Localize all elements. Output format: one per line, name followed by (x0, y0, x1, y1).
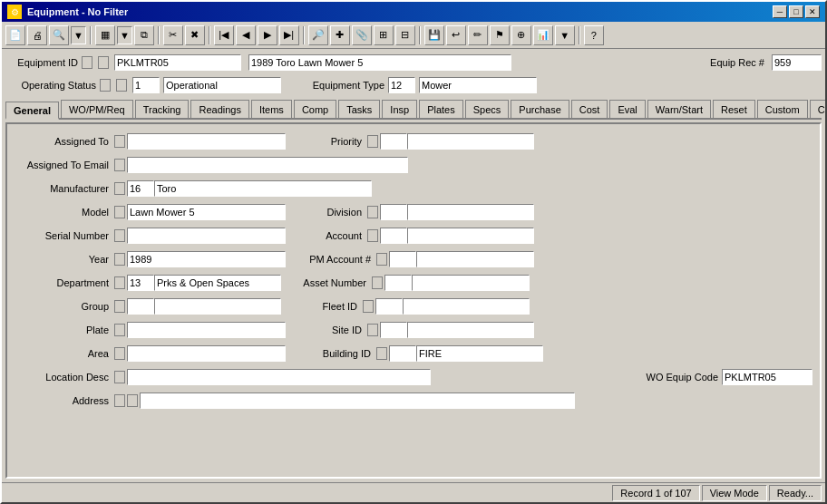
map-btn[interactable]: ⊕ (511, 25, 531, 45)
prev-btn[interactable]: ◀ (236, 25, 256, 45)
division-label: Division (304, 207, 367, 218)
account-num-input[interactable] (380, 228, 407, 244)
tab-reset[interactable]: Reset (713, 100, 755, 118)
tab-items[interactable]: Items (251, 100, 292, 118)
tab-eval[interactable]: Eval (609, 100, 645, 118)
op-status-text-input[interactable] (163, 77, 281, 93)
new-btn[interactable]: 📄 (5, 25, 25, 45)
layout-dropdown[interactable]: ▼ (117, 26, 132, 44)
location-input[interactable] (127, 369, 431, 385)
help-btn[interactable]: ? (584, 25, 604, 45)
location-label: Location Desc (15, 372, 114, 383)
group-label: Group (15, 301, 114, 312)
building-num-input[interactable] (389, 345, 416, 362)
add-btn[interactable]: ✚ (330, 25, 350, 45)
year-input[interactable] (127, 251, 286, 267)
minimize-button[interactable]: ─ (773, 5, 787, 18)
dept-num-input[interactable] (127, 275, 154, 291)
plate-ind (114, 324, 125, 336)
group-text-input[interactable] (154, 298, 281, 315)
next-btn[interactable]: ▶ (258, 25, 277, 45)
sep2 (158, 26, 160, 44)
address-input[interactable] (140, 393, 575, 409)
fleet-text-input[interactable] (403, 298, 530, 315)
tab-plates[interactable]: Plates (419, 100, 463, 118)
equip-type-num-input[interactable] (388, 77, 415, 93)
sep1 (90, 26, 92, 44)
tab-warnstart[interactable]: Warn/Start (647, 100, 711, 118)
area-input[interactable] (127, 345, 286, 362)
equipment-name-input[interactable] (248, 54, 511, 71)
assigned-to-ind (114, 135, 125, 148)
close-button[interactable]: ✕ (805, 5, 820, 18)
priority-num-input[interactable] (380, 133, 407, 150)
building-ind (376, 347, 387, 360)
dept-text-input[interactable] (154, 275, 281, 291)
equip-id-label: Equipment ID (5, 57, 78, 68)
tab-comp[interactable]: Comp (294, 100, 336, 118)
tab-wo[interactable]: WO/PM/Req (61, 100, 133, 118)
tab-tracking[interactable]: Tracking (135, 100, 190, 118)
wo-equip-code-input[interactable] (722, 369, 812, 385)
filter-dropdown[interactable]: ▼ (71, 26, 86, 44)
division-text-input[interactable] (407, 204, 534, 220)
tab-insp[interactable]: Insp (382, 100, 417, 118)
assigned-email-input[interactable] (127, 157, 408, 173)
group-num-input[interactable] (127, 298, 154, 315)
assigned-to-input[interactable] (127, 133, 286, 150)
tab-comments[interactable]: Comments (810, 100, 825, 118)
account-text-input[interactable] (407, 228, 534, 244)
building-text-input[interactable] (416, 345, 543, 362)
last-btn[interactable]: ▶| (279, 25, 299, 45)
op-status-ind1 (100, 79, 111, 92)
tab-purchase[interactable]: Purchase (511, 100, 569, 118)
edit-btn[interactable]: ✏ (468, 25, 488, 45)
tab-cost[interactable]: Cost (571, 100, 608, 118)
attach-btn[interactable]: 📎 (352, 25, 372, 45)
op-status-num-input[interactable] (132, 77, 160, 93)
toolbar: 📄 🖨 🔍 ▼ ▦ ▼ ⧉ ✂ ✖ |◀ ◀ ▶ ▶| 🔎 ✚ 📎 ⊞ ⊟ 💾 … (2, 22, 825, 49)
equip-type-text-input[interactable] (419, 77, 537, 93)
search-btn[interactable]: 🔎 (308, 25, 328, 45)
undo-btn[interactable]: ↩ (446, 25, 466, 45)
form-panel: Assigned To Priority Assigned To Email M… (5, 122, 822, 479)
sep3 (209, 26, 210, 44)
print-btn[interactable]: 🖨 (27, 25, 47, 45)
grid2-btn[interactable]: ⊟ (395, 25, 415, 45)
op-status-label: Operating Status (5, 80, 96, 91)
manufacturer-text-input[interactable] (154, 180, 372, 197)
delete-btn[interactable]: ✖ (185, 25, 205, 45)
equip-rec-input[interactable] (772, 54, 822, 71)
asset-text-input[interactable] (412, 275, 530, 291)
plate-input[interactable] (127, 322, 286, 338)
priority-text-input[interactable] (407, 133, 534, 150)
manufacturer-num-input[interactable] (127, 180, 154, 197)
cut-btn[interactable]: ✂ (163, 25, 183, 45)
equipment-id-input[interactable] (114, 54, 241, 71)
tab-specs[interactable]: Specs (465, 100, 510, 118)
first-btn[interactable]: |◀ (214, 25, 234, 45)
layout-btn[interactable]: ▦ (95, 25, 115, 45)
site-text-input[interactable] (407, 322, 534, 338)
serial-input[interactable] (127, 228, 286, 244)
preview-btn[interactable]: 🔍 (49, 25, 69, 45)
pm-account-num-input[interactable] (389, 251, 416, 267)
save-btn[interactable]: 💾 (424, 25, 444, 45)
tab-custom[interactable]: Custom (757, 100, 808, 118)
equip-type-label: Equipment Type (294, 80, 384, 91)
model-input[interactable] (127, 204, 286, 220)
tab-tasks[interactable]: Tasks (338, 100, 380, 118)
fleet-num-input[interactable] (375, 298, 403, 315)
more-btn[interactable]: ▼ (555, 25, 575, 45)
site-num-input[interactable] (380, 322, 407, 338)
maximize-button[interactable]: □ (789, 5, 803, 18)
tab-general[interactable]: General (5, 102, 59, 120)
division-num-input[interactable] (380, 204, 407, 220)
flag-btn[interactable]: ⚑ (490, 25, 510, 45)
copy-btn[interactable]: ⧉ (134, 25, 154, 45)
grid-btn[interactable]: ⊞ (374, 25, 394, 45)
asset-num-input[interactable] (384, 275, 412, 291)
chart-btn[interactable]: 📊 (533, 25, 553, 45)
tab-readings[interactable]: Readings (190, 100, 248, 118)
pm-account-text-input[interactable] (416, 251, 534, 267)
